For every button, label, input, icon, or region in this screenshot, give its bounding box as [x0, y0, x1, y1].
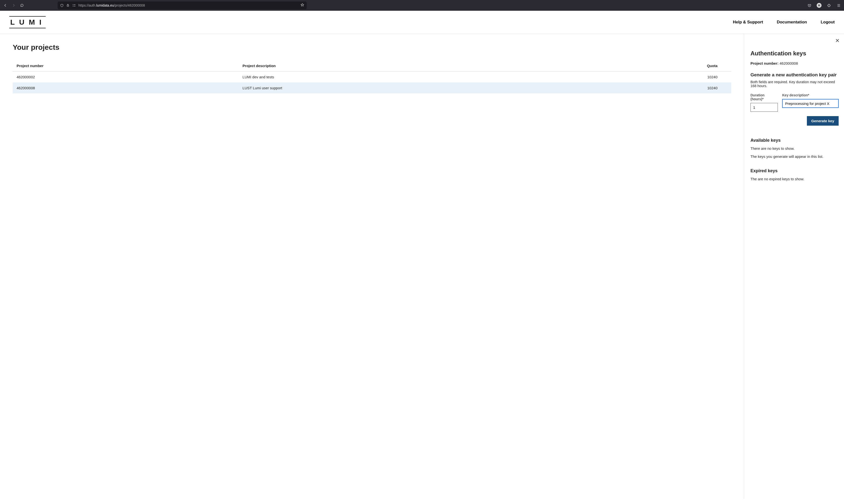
svg-point-2: [73, 6, 73, 6]
close-panel-button[interactable]: [835, 38, 840, 44]
permissions-icon: [72, 3, 76, 7]
description-input[interactable]: [782, 99, 839, 108]
authentication-panel: Authentication keys Project number: 4620…: [744, 34, 844, 499]
panel-project-label: Project number:: [751, 61, 778, 66]
nav-help[interactable]: Help & Support: [733, 20, 763, 25]
shield-icon: [60, 4, 64, 7]
panel-project-info: Project number: 462000008: [751, 61, 839, 66]
cell-project-desc: LUST Lumi user support: [239, 83, 548, 93]
expired-keys-heading: Expired keys: [751, 168, 839, 174]
back-button[interactable]: [2, 2, 9, 9]
menu-icon[interactable]: [835, 2, 842, 9]
cell-quota: 10240: [548, 71, 731, 83]
col-quota: Quota: [548, 60, 731, 71]
extensions-icon[interactable]: [825, 2, 832, 9]
duration-label: Duration (hours)*: [751, 93, 778, 101]
svg-rect-0: [67, 5, 69, 6]
generate-heading: Generate a new authentication key pair: [751, 72, 839, 77]
available-keys-heading: Available keys: [751, 138, 839, 143]
nav-docs[interactable]: Documentation: [777, 20, 807, 25]
table-row[interactable]: 462000002LUMI dev and tests10240: [13, 71, 731, 83]
forward-button[interactable]: [10, 2, 17, 9]
pocket-icon[interactable]: [806, 2, 813, 9]
col-project-number: Project number: [13, 60, 239, 71]
duration-input[interactable]: [751, 103, 778, 112]
available-keys-empty: There are no keys to show.: [751, 146, 839, 150]
table-row[interactable]: 462000008LUST Lumi user support10240: [13, 83, 731, 93]
browser-toolbar: https://auth.lumidata.eu/projects/462000…: [0, 0, 844, 11]
cell-quota: 10240: [548, 83, 731, 93]
available-keys-note: The keys you generate will appear in thi…: [751, 155, 839, 159]
description-label: Key description*: [782, 93, 839, 97]
expired-keys-empty: The are no expired keys to show.: [751, 177, 839, 181]
reload-button[interactable]: [19, 2, 25, 9]
page-title: Your projects: [13, 43, 731, 52]
logo[interactable]: LUMI: [9, 16, 46, 28]
cell-project-desc: LUMI dev and tests: [239, 71, 548, 83]
svg-rect-3: [74, 4, 75, 5]
account-avatar[interactable]: M: [816, 2, 823, 9]
nav-logout[interactable]: Logout: [821, 20, 835, 25]
header-nav: Help & Support Documentation Logout: [733, 20, 835, 25]
svg-rect-4: [74, 6, 75, 6]
svg-point-1: [73, 4, 73, 5]
generate-key-button[interactable]: Generate key: [807, 116, 839, 126]
lock-icon: [66, 4, 70, 7]
main-content: Your projects Project number Project des…: [0, 34, 744, 499]
address-bar[interactable]: https://auth.lumidata.eu/projects/462000…: [58, 1, 307, 9]
page-header: LUMI Help & Support Documentation Logout: [0, 11, 844, 34]
table-header-row: Project number Project description Quota: [13, 60, 731, 71]
col-project-desc: Project description: [239, 60, 548, 71]
url-text: https://auth.lumidata.eu/projects/462000…: [79, 3, 298, 7]
panel-title: Authentication keys: [751, 50, 839, 57]
panel-project-number: 462000008: [779, 61, 798, 66]
cell-project-number: 462000002: [13, 71, 239, 83]
projects-table: Project number Project description Quota…: [13, 60, 731, 93]
generate-note: Both fields are required. Key duration m…: [751, 80, 839, 88]
cell-project-number: 462000008: [13, 83, 239, 93]
bookmark-star-icon[interactable]: [300, 3, 304, 8]
